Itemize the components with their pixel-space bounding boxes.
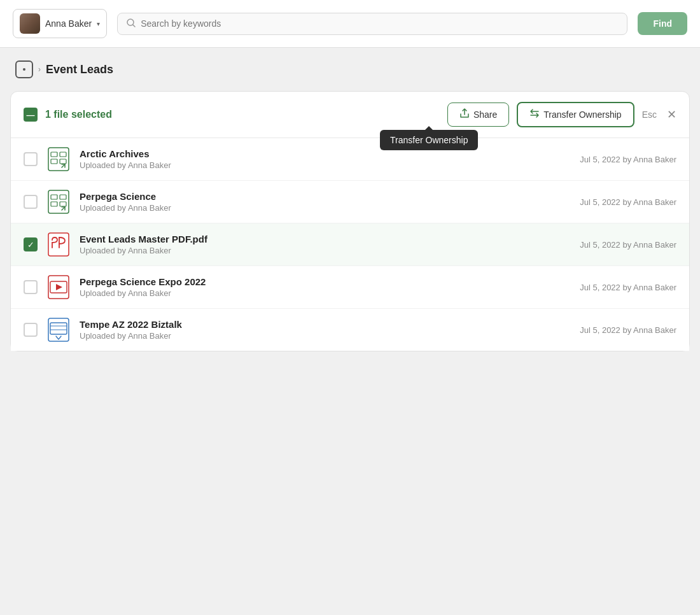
file-uploader-0: Uploaded by Anna Baker xyxy=(80,160,571,170)
file-info-2: Event Leads Master PDF.pdf Uploaded by A… xyxy=(80,234,571,255)
file-info-1: Perpega Science Uploaded by Anna Baker xyxy=(80,191,571,213)
chevron-down-icon: ▾ xyxy=(97,20,100,27)
file-uploader-3: Uploaded by Anna Baker xyxy=(80,288,571,298)
svg-line-1 xyxy=(133,25,135,27)
file-uploader-1: Uploaded by Anna Baker xyxy=(80,203,571,213)
search-input[interactable] xyxy=(141,18,618,29)
spreadsheet-icon xyxy=(46,147,71,171)
file-checkbox-2[interactable]: ✓ xyxy=(24,237,38,251)
file-name-1: Perpega Science xyxy=(80,191,571,202)
pdf-icon xyxy=(46,232,71,257)
header: Anna Baker ▾ Find xyxy=(0,0,700,48)
file-name-0: Arctic Archives xyxy=(80,148,571,159)
file-checkbox-1[interactable] xyxy=(24,195,38,209)
file-uploader-4: Uploaded by Anna Baker xyxy=(80,331,571,341)
transfer-label: Transfer Ownership xyxy=(543,110,621,120)
file-date-4: Jul 5, 2022 by Anna Baker xyxy=(580,325,676,335)
user-profile[interactable]: Anna Baker ▾ xyxy=(13,9,107,38)
svg-rect-13 xyxy=(48,233,69,256)
svg-point-2 xyxy=(23,68,25,71)
breadcrumb-arrow: › xyxy=(38,65,41,74)
share-icon xyxy=(459,108,470,121)
esc-label: Esc xyxy=(642,110,657,120)
share-label: Share xyxy=(473,110,497,120)
file-name-3: Perpega Science Expo 2022 xyxy=(80,276,571,287)
video-icon xyxy=(46,275,71,299)
file-list: Arctic Archives Uploaded by Anna Baker J… xyxy=(11,138,689,351)
table-row: Perpega Science Expo 2022 Uploaded by An… xyxy=(11,266,689,309)
search-icon xyxy=(127,18,136,29)
transfer-icon xyxy=(529,108,540,121)
table-row: Perpega Science Uploaded by Anna Baker J… xyxy=(11,181,689,223)
presentation-icon xyxy=(46,318,71,342)
transfer-ownership-tooltip: Transfer Ownership xyxy=(380,130,478,150)
file-checkbox-3[interactable] xyxy=(24,280,38,294)
breadcrumb: › Event Leads xyxy=(0,48,700,91)
deselect-all-button[interactable]: — xyxy=(24,108,38,122)
find-button[interactable]: Find xyxy=(638,12,687,35)
file-checkbox-0[interactable] xyxy=(24,152,38,166)
toolbar: — 1 file selected Share Transfer Ownersh… xyxy=(11,92,689,138)
search-bar xyxy=(117,13,627,35)
share-button[interactable]: Share xyxy=(447,102,509,127)
file-date-1: Jul 5, 2022 by Anna Baker xyxy=(580,197,676,207)
file-info-3: Perpega Science Expo 2022 Uploaded by An… xyxy=(80,276,571,298)
user-name: Anna Baker xyxy=(45,18,92,29)
file-date-0: Jul 5, 2022 by Anna Baker xyxy=(580,155,676,164)
spreadsheet-icon xyxy=(46,190,71,214)
folder-icon xyxy=(15,60,33,78)
close-button[interactable]: ✕ xyxy=(667,108,676,122)
file-uploader-2: Uploaded by Anna Baker xyxy=(80,246,571,255)
table-row: ✓ Event Leads Master PDF.pdf Uploaded by… xyxy=(11,223,689,266)
table-row: Arctic Archives Uploaded by Anna Baker J… xyxy=(11,138,689,181)
transfer-ownership-button[interactable]: Transfer Ownership xyxy=(517,102,634,127)
main-content: — 1 file selected Share Transfer Ownersh… xyxy=(10,91,690,351)
file-name-2: Event Leads Master PDF.pdf xyxy=(80,234,571,244)
files-selected-label: 1 file selected xyxy=(45,109,440,120)
breadcrumb-folder-name: Event Leads xyxy=(46,63,113,76)
table-row: Tempe AZ 2022 Biztalk Uploaded by Anna B… xyxy=(11,309,689,351)
file-date-2: Jul 5, 2022 by Anna Baker xyxy=(580,240,676,250)
file-date-3: Jul 5, 2022 by Anna Baker xyxy=(580,283,676,292)
file-info-0: Arctic Archives Uploaded by Anna Baker xyxy=(80,148,571,170)
file-checkbox-4[interactable] xyxy=(24,323,38,337)
avatar xyxy=(20,13,40,34)
file-info-4: Tempe AZ 2022 Biztalk Uploaded by Anna B… xyxy=(80,319,571,341)
file-name-4: Tempe AZ 2022 Biztalk xyxy=(80,319,571,330)
